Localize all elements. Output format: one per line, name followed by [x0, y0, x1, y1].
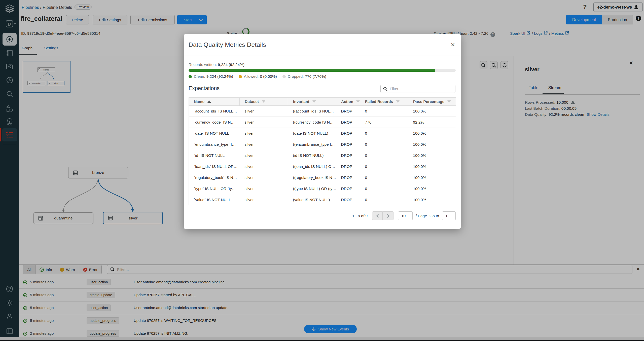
sort-icon [447, 100, 451, 103]
expectation-row[interactable]: `id` IS NOT NULL silver (id IS NOT NULL)… [189, 150, 456, 161]
cell-action: DROP [336, 128, 360, 139]
sort-icon [396, 100, 400, 103]
clean-dot-icon [189, 75, 192, 78]
cell-pass-percentage: 100.0% [408, 150, 456, 161]
expectations-table-body: `account_ids` IS NULL… silver ((account_… [189, 106, 456, 205]
expectations-table: Name Dataset Invariant Action Failed Rec… [189, 97, 456, 205]
column-label: Failed Records [365, 99, 393, 104]
records-written-value: 9,224 (92.24%) [218, 62, 244, 67]
cell-failed-records: 0 [360, 183, 408, 194]
legend-allowed: Allowed:0 (0.00%) [239, 74, 277, 79]
sort-icon [262, 100, 265, 103]
expectations-filter-input[interactable]: Filter... [380, 85, 455, 93]
expectation-row[interactable]: `encumbrance_type` I… silver ((encumbran… [189, 139, 456, 150]
column-header-invariant[interactable]: Invariant [288, 98, 336, 106]
cell-name: `type` IS NULL OR `ty… [189, 183, 240, 194]
cell-pass-percentage: 100.0% [408, 161, 456, 172]
goto-page-input[interactable]: 1 [442, 211, 456, 220]
cell-name: `currency_code` IS N… [189, 117, 240, 128]
column-header-name[interactable]: Name [189, 98, 240, 106]
expectation-row[interactable]: `type` IS NULL OR `ty… silver ((type IS … [189, 183, 456, 194]
legend-value: 0 (0.00%) [260, 74, 277, 79]
cell-invariant: ((regulatory_book IS N… [288, 172, 336, 183]
records-written-label: Records written: [189, 62, 217, 67]
cell-action: DROP [336, 194, 360, 205]
cell-failed-records: 0 [360, 128, 408, 139]
cell-name: `value` IS NOT NULL [189, 194, 240, 205]
modal-title: Data Quality Metrics Details [189, 41, 266, 48]
cell-invariant: ((type IS NULL) OR (ty… [288, 183, 336, 194]
column-header-action[interactable]: Action [336, 98, 360, 106]
cell-action: DROP [336, 139, 360, 150]
cell-dataset: silver [240, 172, 288, 183]
expectation-row[interactable]: `value` IS NOT NULL silver (value IS NOT… [189, 194, 456, 205]
cell-invariant: (date IS NOT NULL) [288, 128, 336, 139]
expectation-row[interactable]: `regulatory_book` IS N… silver ((regulat… [189, 172, 456, 183]
cell-invariant: (value IS NOT NULL) [288, 194, 336, 205]
expectation-row[interactable]: `currency_code` IS N… silver ((currency_… [189, 117, 456, 128]
cell-pass-percentage: 100.0% [408, 106, 456, 117]
allowed-dot-icon [239, 75, 242, 78]
records-progress-fill [189, 69, 435, 72]
modal-close-icon[interactable]: ✕ [451, 42, 455, 48]
cell-dataset: silver [240, 128, 288, 139]
expectation-row[interactable]: `date` IS NOT NULL silver (date IS NOT N… [189, 128, 456, 139]
chevron-left-icon [376, 214, 379, 218]
column-label: Dataset [245, 99, 259, 104]
cell-pass-percentage: 100.0% [408, 194, 456, 205]
column-header-failed-records[interactable]: Failed Records [360, 98, 408, 106]
records-progress-bar [189, 69, 456, 72]
pagination-prev-button[interactable] [372, 211, 383, 220]
sort-icon [356, 100, 360, 103]
cell-action: DROP [336, 117, 360, 128]
pagination: 1 - 9 of 9 10 / Page Go to 1 [184, 211, 456, 220]
cell-name: `date` IS NOT NULL [189, 128, 240, 139]
filter-placeholder: Filter... [390, 87, 402, 91]
column-header-dataset[interactable]: Dataset [240, 98, 288, 106]
column-header-pass-percentage[interactable]: Pass Percentage [408, 98, 456, 106]
cell-dataset: silver [240, 194, 288, 205]
cell-pass-percentage: 100.0% [408, 183, 456, 194]
legend-clean: Clean:9,224 (92.24%) [189, 74, 233, 79]
cell-invariant: (id IS NOT NULL) [288, 150, 336, 161]
cell-dataset: silver [240, 183, 288, 194]
sort-ascending-icon [207, 100, 211, 103]
pagination-range: 1 - 9 of 9 [352, 214, 368, 218]
cell-dataset: silver [240, 150, 288, 161]
cell-failed-records: 0 [360, 172, 408, 183]
legend-label: Clean: [194, 74, 205, 79]
expectation-row[interactable]: `account_ids` IS NULL… silver ((account_… [189, 106, 456, 117]
cell-failed-records: 0 [360, 106, 408, 117]
cell-invariant: ((account_ids IS NUL… [288, 106, 336, 117]
cell-dataset: silver [240, 117, 288, 128]
records-legend: Clean:9,224 (92.24%) Allowed:0 (0.00%) D… [189, 74, 326, 79]
cell-name: `regulatory_book` IS N… [189, 172, 240, 183]
cell-dataset: silver [240, 139, 288, 150]
data-quality-modal: Data Quality Metrics Details ✕ Records w… [184, 34, 461, 229]
cell-failed-records: 0 [360, 150, 408, 161]
per-page-label: / Page [416, 214, 427, 218]
goto-label: Go to [430, 214, 439, 218]
modal-header-divider [184, 56, 461, 56]
cell-invariant: ((currency_code IS N… [288, 117, 336, 128]
legend-label: Dropped: [288, 74, 304, 79]
search-icon [383, 87, 387, 91]
expectations-title: Expectations [189, 85, 220, 92]
pagination-next-button[interactable] [383, 211, 393, 220]
cell-action: DROP [336, 183, 360, 194]
legend-dropped: Dropped:776 (7.76%) [282, 74, 326, 79]
page-size-input[interactable]: 10 [398, 211, 413, 220]
sort-icon [312, 100, 316, 103]
expectation-row[interactable]: `loan_ids` IS NULL OR… silver ((loan_ids… [189, 161, 456, 172]
chevron-right-icon [387, 214, 390, 218]
cell-failed-records: 0 [360, 139, 408, 150]
app-root: D [0, 0, 644, 341]
cell-failed-records: 0 [360, 161, 408, 172]
cell-action: DROP [336, 150, 360, 161]
column-label: Invariant [293, 99, 309, 104]
records-written-line: Records written: 9,224 (92.24%) [189, 62, 244, 67]
cell-name: `encumbrance_type` I… [189, 139, 240, 150]
column-label: Action [341, 99, 353, 104]
cell-pass-percentage: 100.0% [408, 139, 456, 150]
cell-dataset: silver [240, 161, 288, 172]
